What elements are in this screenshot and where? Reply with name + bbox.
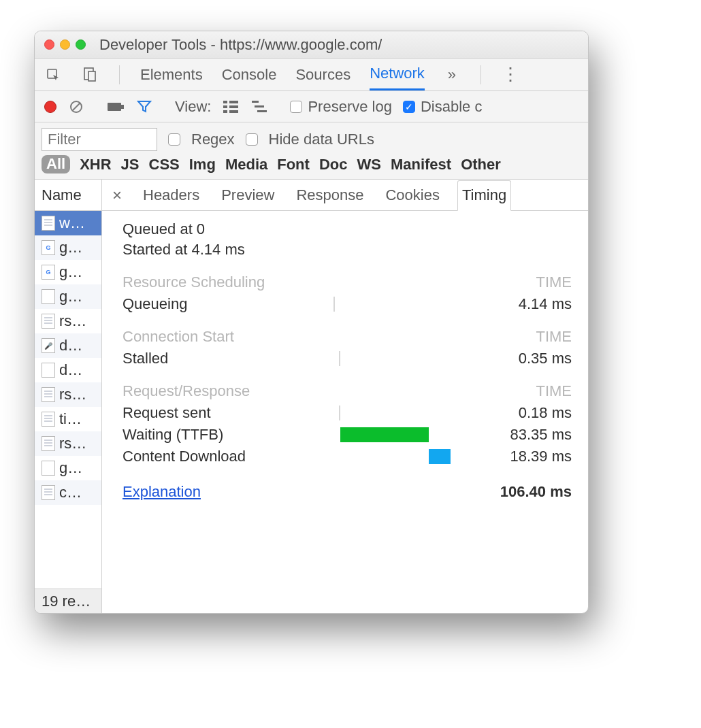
- filter-img[interactable]: Img: [189, 156, 216, 173]
- panel-tabs: Elements Console Sources Network: [140, 59, 425, 90]
- preserve-log-checkbox[interactable]: [290, 101, 302, 113]
- tab-console[interactable]: Console: [222, 59, 277, 90]
- detail-tab-cookies[interactable]: Cookies: [381, 180, 443, 210]
- svg-rect-7: [223, 101, 227, 103]
- timing-bar: [333, 297, 335, 312]
- svg-rect-12: [229, 110, 238, 113]
- request-row[interactable]: rs…: [35, 309, 101, 333]
- request-row[interactable]: g…: [35, 456, 101, 480]
- started-at-text: Started at 4.14 ms: [123, 241, 578, 259]
- filter-manifest[interactable]: Manifest: [391, 156, 451, 173]
- detail-tab-preview[interactable]: Preview: [217, 180, 278, 210]
- filter-xhr[interactable]: XHR: [80, 156, 111, 173]
- filter-other[interactable]: Other: [461, 156, 501, 173]
- filter-ws[interactable]: WS: [357, 156, 380, 173]
- panel-tab-strip: Elements Console Sources Network » ⋮: [35, 59, 588, 91]
- timing-row: Content Download18.39 ms: [123, 448, 578, 465]
- timing-row: Waiting (TTFB)83.35 ms: [123, 426, 578, 444]
- tab-network[interactable]: Network: [370, 59, 425, 90]
- timing-row-label: Request sent: [123, 404, 333, 422]
- request-row[interactable]: w…: [35, 211, 101, 235]
- timing-panel: Queued at 0 Started at 4.14 ms Resource …: [102, 211, 588, 506]
- file-icon: [42, 485, 55, 500]
- request-row[interactable]: Gg…: [35, 260, 101, 284]
- window-close-button[interactable]: [44, 39, 54, 50]
- filter-css[interactable]: CSS: [149, 156, 180, 173]
- timing-row-label: Content Download: [123, 448, 333, 465]
- window-zoom-button[interactable]: [76, 39, 86, 50]
- view-small-icon[interactable]: [250, 98, 268, 116]
- request-row[interactable]: g…: [35, 284, 101, 309]
- svg-line-4: [72, 103, 80, 111]
- filter-bar: Regex Hide data URLs: [35, 122, 588, 154]
- request-row[interactable]: c…: [35, 480, 101, 505]
- more-tabs-chevron-icon[interactable]: »: [444, 66, 460, 84]
- timing-row: Stalled0.35 ms: [123, 350, 578, 367]
- filter-doc[interactable]: Doc: [319, 156, 348, 173]
- explanation-link[interactable]: Explanation: [123, 483, 201, 501]
- view-large-icon[interactable]: [222, 98, 240, 116]
- timing-row-value: 83.35 ms: [470, 426, 578, 444]
- svg-rect-2: [88, 71, 95, 81]
- disable-cache-label: Disable c: [421, 98, 482, 116]
- timing-section: Resource SchedulingTIMEQueueing4.14 ms: [123, 274, 578, 313]
- devtools-window: Developer Tools - https://www.google.com…: [34, 31, 589, 614]
- filter-icon[interactable]: [135, 98, 153, 116]
- request-name: rs…: [59, 312, 86, 330]
- timing-bar-lane: [333, 449, 470, 464]
- section-title: Connection Start: [123, 328, 234, 346]
- main-split: Name w…Gg…Gg…g…rs…🎤d…d…rs…ti…rs…g…c… 19 …: [35, 180, 588, 613]
- settings-kebab-icon[interactable]: ⋮: [502, 64, 519, 85]
- device-toggle-icon[interactable]: [81, 66, 99, 84]
- filter-font[interactable]: Font: [277, 156, 310, 173]
- detail-tab-timing[interactable]: Timing: [457, 180, 511, 211]
- tab-sources[interactable]: Sources: [295, 59, 350, 90]
- type-filter-bar: All XHR JS CSS Img Media Font Doc WS Man…: [35, 154, 588, 180]
- svg-rect-6: [121, 105, 124, 109]
- request-row[interactable]: 🎤d…: [35, 333, 101, 358]
- capture-screenshots-icon[interactable]: [107, 98, 125, 116]
- timing-bar-lane: [333, 427, 470, 442]
- request-row[interactable]: d…: [35, 358, 101, 382]
- request-name: g…: [59, 459, 82, 477]
- detail-tab-headers[interactable]: Headers: [139, 180, 203, 210]
- filter-media[interactable]: Media: [225, 156, 267, 173]
- timing-row-label: Queueing: [123, 295, 333, 313]
- record-button[interactable]: [44, 101, 56, 113]
- window-minimize-button[interactable]: [60, 39, 70, 50]
- clear-icon[interactable]: [67, 98, 85, 116]
- close-detail-icon[interactable]: ×: [109, 186, 125, 205]
- file-icon: [42, 314, 55, 329]
- file-icon: 🎤: [42, 338, 55, 353]
- regex-checkbox[interactable]: [168, 133, 180, 146]
- filter-all[interactable]: All: [42, 155, 70, 173]
- request-row[interactable]: ti…: [35, 407, 101, 431]
- inspect-element-icon[interactable]: [44, 66, 62, 84]
- request-row[interactable]: rs…: [35, 382, 101, 407]
- timing-row-label: Waiting (TTFB): [123, 426, 333, 444]
- filter-js[interactable]: JS: [121, 156, 140, 173]
- file-icon: G: [42, 265, 55, 280]
- request-name: g…: [59, 263, 82, 281]
- request-count-footer: 19 re…: [35, 589, 101, 613]
- svg-rect-15: [257, 110, 267, 112]
- svg-rect-10: [229, 105, 238, 108]
- hide-data-urls-checkbox[interactable]: [246, 133, 258, 146]
- preserve-log-label: Preserve log: [308, 98, 392, 116]
- timing-bar: [429, 449, 451, 464]
- regex-label: Regex: [191, 131, 235, 148]
- timing-bar-lane: [333, 406, 470, 420]
- timing-bar-lane: [333, 351, 470, 366]
- disable-cache-checkbox[interactable]: ✓: [403, 101, 415, 113]
- timing-bar: [340, 427, 429, 442]
- request-name: c…: [59, 484, 82, 501]
- column-header-name[interactable]: Name: [35, 180, 101, 211]
- detail-tab-response[interactable]: Response: [292, 180, 368, 210]
- file-icon: [42, 289, 55, 304]
- tab-elements[interactable]: Elements: [140, 59, 203, 90]
- timing-row-value: 0.18 ms: [470, 404, 578, 422]
- request-row[interactable]: rs…: [35, 431, 101, 456]
- filter-input[interactable]: [42, 128, 157, 151]
- request-row[interactable]: Gg…: [35, 235, 101, 260]
- file-icon: [42, 216, 55, 231]
